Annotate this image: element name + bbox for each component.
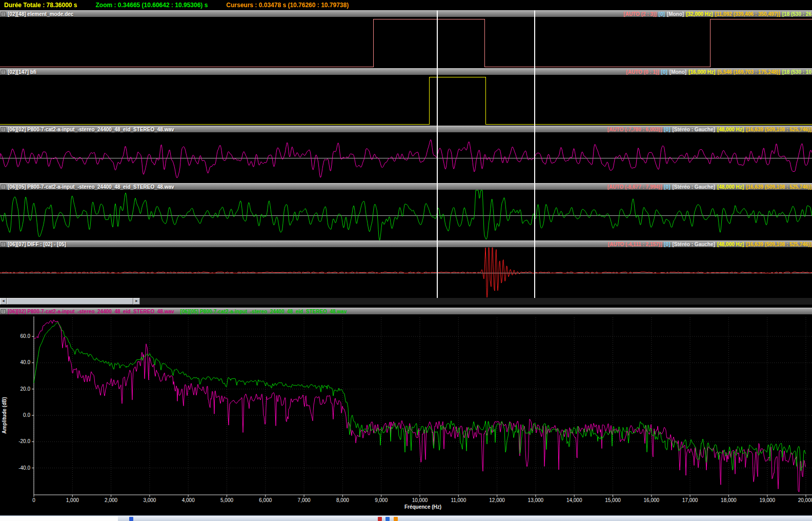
x-tick-label: 18,000 (721, 497, 737, 503)
waveform-canvas[interactable] (0, 190, 812, 241)
track-menu-icon[interactable] (1, 242, 6, 247)
track-info: [AUTO (2 : 3)][0][Mono][32,000 Hz][11,09… (623, 11, 811, 17)
track-info-segment: [0] (659, 11, 665, 17)
x-tick-label: 12,000 (489, 497, 505, 503)
audio-analyzer-window: Durée Totale : 78.36000 s Zoom : 0.34665… (0, 0, 812, 521)
track-info-segment: [Stéréo : Gauche] (673, 184, 715, 190)
track-header[interactable]: [02][48] element_mode.dec [AUTO (2 : 3)]… (0, 10, 812, 17)
track-info: [AUTO (0 : 1)][0][Mono][16,000 Hz][5,546… (626, 69, 811, 75)
scrollbar-thumb[interactable] (7, 298, 133, 305)
waveform-area[interactable] (0, 75, 812, 126)
x-tick-label: 13,000 (528, 497, 544, 503)
x-tick-label: 1,000 (66, 497, 79, 503)
track-info: [AUTO (-4,111 : 2,157)][0][Stéréo : Gauc… (608, 241, 811, 248)
waveform-canvas[interactable] (0, 247, 812, 298)
track-info-segment: [32,000 Hz] (686, 11, 713, 17)
track-row: [06][02] P800-7-cat2-a-input_-stereo_244… (0, 126, 812, 183)
x-tick-label: 16,000 (644, 497, 660, 503)
y-tick-label: -40.0 (18, 465, 30, 471)
scroll-right-button[interactable]: ► (133, 298, 140, 305)
taskbar-icon[interactable] (394, 517, 398, 521)
x-tick-label: 9,000 (375, 497, 388, 503)
track-info-segment: [Stéréo : Gauche] (673, 127, 715, 132)
time-cursor[interactable] (437, 10, 438, 298)
x-tick-label: 19,000 (759, 497, 775, 503)
track-info-segment: [0] (664, 242, 670, 247)
track-info: [AUTO (-8,677 : 7,994)][0][Stéréo : Gauc… (607, 184, 811, 190)
taskbar-icon[interactable] (385, 517, 390, 521)
track-row: [02][147] bfi [AUTO (0 : 1)][0][Mono][16… (0, 68, 812, 126)
x-tick-label: 4,000 (182, 497, 195, 503)
y-tick-label: -20.0 (18, 438, 30, 444)
horizontal-scrollbar[interactable]: ◄ ► (0, 298, 812, 305)
track-title: [02][48] element_mode.dec (8, 11, 73, 17)
track-info-segment: [0] (664, 184, 670, 190)
waveform-canvas[interactable] (0, 75, 812, 126)
spectrum-menu-icon[interactable] (1, 309, 6, 314)
spectrum-header[interactable]: [06][02] P800-7-cat2-a-input_-stereo_244… (0, 308, 812, 314)
y-tick-label: 60.0 (21, 333, 31, 339)
track-info-segment: [Stéréo : Gauche] (673, 242, 715, 247)
track-row: [06][07] DIFF : [02] - [05] [AUTO (-4,11… (0, 241, 812, 298)
spectrum-series-a-label: [06][02] P800-7-cat2-a-input_-stereo_244… (8, 309, 174, 314)
y-tick-label: 40.0 (21, 359, 31, 365)
x-tick-label: 8,000 (336, 497, 349, 503)
track-header[interactable]: [06][07] DIFF : [02] - [05] [AUTO (-4,11… (0, 241, 812, 247)
taskbar-window-edge (0, 516, 118, 521)
spectrum-plot[interactable]: 60.040.020.00.0-20.0-40.001,0002,0003,00… (0, 314, 812, 515)
scroll-left-button[interactable]: ◄ (0, 298, 7, 305)
track-info-segment: [Mono] (669, 69, 686, 75)
track-info-segment: [AUTO (-4,111 : 2,157)] (608, 242, 662, 247)
x-tick-label: 10,000 (412, 497, 428, 503)
waveform-area[interactable] (0, 17, 812, 68)
track-info-segment: [16,639 (509,108 : 525,746)] (746, 242, 811, 247)
track-info-segment: [16,639 (509,108 : 525,746)] (746, 184, 811, 190)
waveform-area[interactable] (0, 247, 812, 298)
taskbar[interactable] (0, 515, 812, 521)
y-axis-title: Amplitude (dB) (2, 397, 7, 434)
x-tick-label: 5,000 (220, 497, 233, 503)
waveform-canvas[interactable] (0, 17, 812, 68)
track-menu-icon[interactable] (1, 12, 6, 16)
track-info: [AUTO (-7,780 : 6,003)][0][Stéréo : Gauc… (607, 126, 811, 133)
track-title: [06][05] P800-7-cat2-a-input_-stereo_244… (8, 184, 174, 190)
zoom-range-label: Zoom : 0.34665 (10.60642 : 10.95306) s (96, 2, 208, 9)
tracks-panel: [02][48] element_mode.dec [AUTO (2 : 3)]… (0, 10, 812, 298)
track-header[interactable]: [02][147] bfi [AUTO (0 : 1)][0][Mono][16… (0, 68, 812, 75)
taskbar-icon[interactable] (129, 517, 133, 521)
y-tick-label: 20.0 (21, 386, 31, 392)
waveform-area[interactable] (0, 190, 812, 241)
track-title: [02][147] bfi (8, 69, 36, 75)
x-tick-label: 14,000 (566, 497, 582, 503)
waveform-canvas[interactable] (0, 132, 812, 183)
track-row: [06][05] P800-7-cat2-a-input_-stereo_244… (0, 183, 812, 241)
spectrum-panel[interactable]: 60.040.020.00.0-20.0-40.001,0002,0003,00… (0, 314, 812, 515)
track-title: [06][02] P800-7-cat2-a-input_-stereo_244… (8, 127, 174, 132)
track-info-segment: [0] (664, 127, 670, 132)
waveform-area[interactable] (0, 132, 812, 183)
track-info-segment: [AUTO (0 : 1)] (626, 69, 659, 75)
x-tick-label: 2,000 (105, 497, 117, 503)
track-info-segment: [5,546 (169,703 : 175,248)] (717, 69, 780, 75)
spectrum-series-b-label: [06][05] P800-7-cat2-a-input_-stereo_244… (180, 309, 347, 314)
track-info-segment: [Mono] (667, 11, 684, 17)
track-info-segment: [AUTO (-7,780 : 6,003)] (607, 127, 662, 132)
track-menu-icon[interactable] (1, 127, 6, 132)
track-header[interactable]: [06][02] P800-7-cat2-a-input_-stereo_244… (0, 126, 812, 132)
track-info-segment: [18 (530 : 10 (782, 69, 811, 75)
track-info-segment: [AUTO (2 : 3)] (623, 11, 656, 17)
x-tick-label: 7,000 (298, 497, 311, 503)
track-title: [06][07] DIFF : [02] - [05] (8, 242, 66, 247)
x-tick-label: 6,000 (259, 497, 272, 503)
time-cursor[interactable] (534, 10, 535, 298)
track-header[interactable]: [06][05] P800-7-cat2-a-input_-stereo_244… (0, 183, 812, 190)
taskbar-icon[interactable] (378, 517, 382, 521)
track-info-segment: [AUTO (-8,677 : 7,994)] (607, 184, 662, 190)
track-menu-icon[interactable] (1, 185, 6, 189)
x-tick-label: 17,000 (682, 497, 698, 503)
track-menu-icon[interactable] (1, 70, 6, 74)
track-row: [02][48] element_mode.dec [AUTO (2 : 3)]… (0, 10, 812, 68)
x-tick-label: 20,000 (798, 497, 812, 503)
y-tick-label: 0.0 (23, 412, 30, 418)
track-info-segment: [18 (530 : 26 (782, 11, 811, 17)
